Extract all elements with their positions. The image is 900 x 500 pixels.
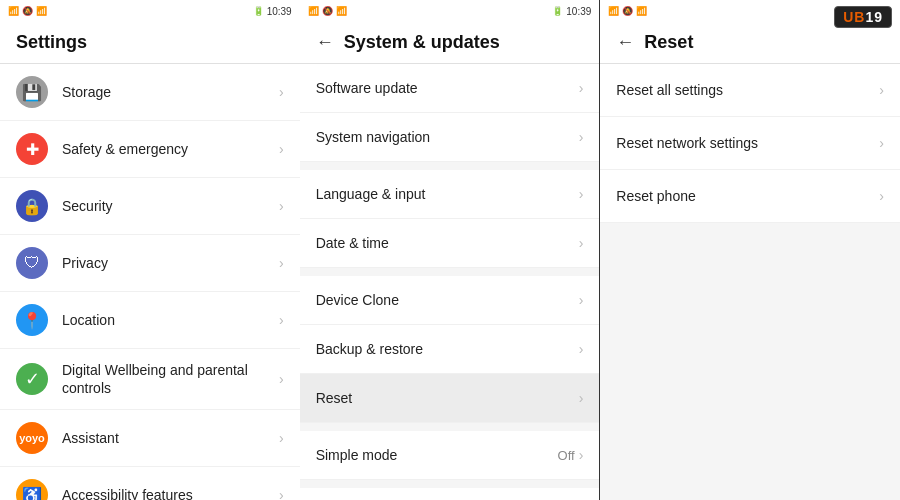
software-update-chevron: › bbox=[579, 80, 584, 96]
privacy-icon: 🛡 bbox=[16, 247, 48, 279]
language-label: Language & input bbox=[316, 186, 579, 202]
system-title: System & updates bbox=[344, 32, 500, 53]
datetime-label: Date & time bbox=[316, 235, 579, 251]
assistant-label: Assistant bbox=[62, 429, 279, 447]
reset-header: ← Reset bbox=[600, 22, 900, 64]
security-label: Security bbox=[62, 197, 279, 215]
status-right-1: 🔋 10:39 bbox=[253, 6, 292, 17]
simple-mode-value: Off bbox=[558, 448, 575, 463]
device-clone-label: Device Clone bbox=[316, 292, 579, 308]
signal-icon: 📶 bbox=[8, 6, 19, 16]
settings-panel: 📶 🔕 📶 🔋 10:39 Settings 💾 Storage › ✚ Saf… bbox=[0, 0, 300, 500]
security-icon: 🔒 bbox=[16, 190, 48, 222]
wifi-icon-2: 📶 bbox=[336, 6, 347, 16]
assistant-icon: yoyo bbox=[16, 422, 48, 454]
time-1: 10:39 bbox=[267, 6, 292, 17]
reset-list: Reset all settings › Reset network setti… bbox=[600, 64, 900, 500]
mute-icon-3: 🔕 bbox=[622, 6, 633, 16]
reset-network-item[interactable]: Reset network settings › bbox=[600, 117, 900, 170]
system-nav-label: System navigation bbox=[316, 129, 579, 145]
settings-item-security[interactable]: 🔒 Security › bbox=[0, 178, 300, 235]
watermark-text2: 19 bbox=[865, 9, 883, 25]
settings-list: 💾 Storage › ✚ Safety & emergency › 🔒 Sec… bbox=[0, 64, 300, 500]
backup-item[interactable]: Backup & restore › bbox=[300, 325, 600, 374]
device-clone-item[interactable]: Device Clone › bbox=[300, 276, 600, 325]
system-nav-item[interactable]: System navigation › bbox=[300, 113, 600, 162]
settings-item-wellbeing[interactable]: ✓ Digital Wellbeing and parental control… bbox=[0, 349, 300, 410]
status-left-2: 📶 🔕 📶 bbox=[308, 6, 347, 16]
location-label: Location bbox=[62, 311, 279, 329]
simple-mode-chevron: › bbox=[579, 447, 584, 463]
watermark: UB19 bbox=[834, 6, 892, 28]
accessibility-label: Accessibility features bbox=[62, 486, 279, 500]
settings-header: Settings bbox=[0, 22, 300, 64]
wifi-icon: 📶 bbox=[36, 6, 47, 16]
mute-icon: 🔕 bbox=[22, 6, 33, 16]
accessibility-icon: ♿ bbox=[16, 479, 48, 500]
sys-divider-4 bbox=[300, 480, 600, 488]
safety-icon: ✚ bbox=[16, 133, 48, 165]
battery-icon-2: 🔋 bbox=[552, 6, 563, 16]
system-nav-chevron: › bbox=[579, 129, 584, 145]
assistant-chevron: › bbox=[279, 430, 284, 446]
simple-mode-label: Simple mode bbox=[316, 447, 558, 463]
reset-chevron: › bbox=[579, 390, 584, 406]
system-list: Software update › System navigation › La… bbox=[300, 64, 600, 500]
device-clone-chevron: › bbox=[579, 292, 584, 308]
mute-icon-2: 🔕 bbox=[322, 6, 333, 16]
reset-panel: 📶 🔕 📶 🔋 10:39 ← Reset Reset all settings… bbox=[600, 0, 900, 500]
wifi-icon-3: 📶 bbox=[636, 6, 647, 16]
system-panel: 📶 🔕 📶 🔋 10:39 ← System & updates Softwar… bbox=[300, 0, 601, 500]
safety-label: Safety & emergency bbox=[62, 140, 279, 158]
privacy-label: Privacy bbox=[62, 254, 279, 272]
storage-icon: 💾 bbox=[16, 76, 48, 108]
safety-chevron: › bbox=[279, 141, 284, 157]
storage-label: Storage bbox=[62, 83, 279, 101]
backup-label: Backup & restore bbox=[316, 341, 579, 357]
reset-item[interactable]: Reset › bbox=[300, 374, 600, 423]
reset-back-button[interactable]: ← bbox=[616, 32, 634, 53]
system-header: ← System & updates bbox=[300, 22, 600, 64]
settings-title: Settings bbox=[16, 32, 87, 53]
language-item[interactable]: Language & input › bbox=[300, 170, 600, 219]
user-exp-item[interactable]: User experience improvement › bbox=[300, 488, 600, 500]
language-chevron: › bbox=[579, 186, 584, 202]
settings-item-assistant[interactable]: yoyo Assistant › bbox=[0, 410, 300, 467]
settings-item-privacy[interactable]: 🛡 Privacy › bbox=[0, 235, 300, 292]
accessibility-chevron: › bbox=[279, 487, 284, 500]
settings-item-safety[interactable]: ✚ Safety & emergency › bbox=[0, 121, 300, 178]
privacy-chevron: › bbox=[279, 255, 284, 271]
system-back-button[interactable]: ← bbox=[316, 32, 334, 53]
wellbeing-icon: ✓ bbox=[16, 363, 48, 395]
simple-mode-item[interactable]: Simple mode Off › bbox=[300, 431, 600, 480]
reset-phone-item[interactable]: Reset phone › bbox=[600, 170, 900, 223]
settings-item-location[interactable]: 📍 Location › bbox=[0, 292, 300, 349]
backup-chevron: › bbox=[579, 341, 584, 357]
time-2: 10:39 bbox=[566, 6, 591, 17]
watermark-text1: UB bbox=[843, 9, 865, 25]
reset-label: Reset bbox=[316, 390, 579, 406]
status-bar-2: 📶 🔕 📶 🔋 10:39 bbox=[300, 0, 600, 22]
settings-item-storage[interactable]: 💾 Storage › bbox=[0, 64, 300, 121]
datetime-item[interactable]: Date & time › bbox=[300, 219, 600, 268]
security-chevron: › bbox=[279, 198, 284, 214]
status-left-3: 📶 🔕 📶 bbox=[608, 6, 647, 16]
reset-all-label: Reset all settings bbox=[616, 82, 879, 98]
settings-item-accessibility[interactable]: ♿ Accessibility features › bbox=[0, 467, 300, 500]
reset-phone-label: Reset phone bbox=[616, 188, 879, 204]
sys-divider-1 bbox=[300, 162, 600, 170]
reset-network-chevron: › bbox=[879, 135, 884, 151]
status-bar-1: 📶 🔕 📶 🔋 10:39 bbox=[0, 0, 300, 22]
datetime-chevron: › bbox=[579, 235, 584, 251]
reset-network-label: Reset network settings bbox=[616, 135, 879, 151]
location-chevron: › bbox=[279, 312, 284, 328]
reset-all-settings-item[interactable]: Reset all settings › bbox=[600, 64, 900, 117]
software-update-item[interactable]: Software update › bbox=[300, 64, 600, 113]
battery-icon-1: 🔋 bbox=[253, 6, 264, 16]
sys-divider-3 bbox=[300, 423, 600, 431]
signal-icon-2: 📶 bbox=[308, 6, 319, 16]
storage-chevron: › bbox=[279, 84, 284, 100]
status-left-1: 📶 🔕 📶 bbox=[8, 6, 47, 16]
reset-phone-chevron: › bbox=[879, 188, 884, 204]
sys-divider-2 bbox=[300, 268, 600, 276]
